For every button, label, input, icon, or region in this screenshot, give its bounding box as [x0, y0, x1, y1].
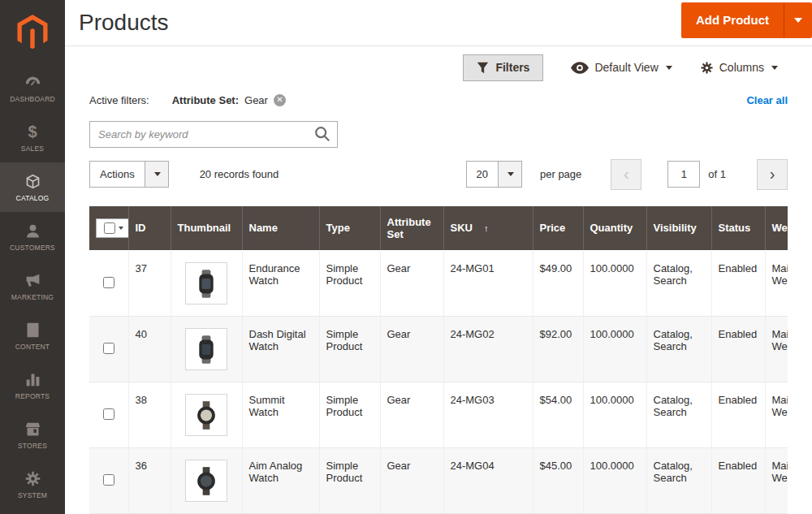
- columns-control[interactable]: Columns: [700, 61, 778, 75]
- select-all-checkbox[interactable]: [104, 222, 115, 234]
- chevron-right-icon: ›: [770, 165, 775, 184]
- column-header-attribute-set[interactable]: Attribute Set: [380, 206, 443, 251]
- active-filters-bar: Active filters: Attribute Set: Gear ✕ Cl…: [89, 94, 788, 106]
- cell-name: Summit Watch: [242, 382, 319, 448]
- select-all-dropdown[interactable]: [96, 218, 132, 238]
- filters-button[interactable]: Filters: [463, 54, 543, 81]
- sidebar-item-label: DASHBOARD: [10, 95, 55, 103]
- row-checkbox[interactable]: [103, 408, 114, 420]
- cell-visibility: Catalog, Search: [646, 317, 711, 382]
- cell-websites: Main Website: [765, 382, 788, 448]
- sidebar-item-label: CATALOG: [16, 194, 50, 202]
- cell-thumbnail: [171, 251, 242, 317]
- product-thumbnail[interactable]: [185, 394, 227, 436]
- page-title: Products: [79, 10, 169, 36]
- table-row[interactable]: 36 Aim Analog Watch Simple Product Gear …: [89, 448, 788, 514]
- magento-admin: DASHBOARD $ SALES CATALOG CUSTOMERS MARK…: [0, 0, 812, 514]
- per-page-label: per page: [540, 168, 581, 180]
- cell-status: Enabled: [711, 382, 765, 448]
- column-header-price[interactable]: Price: [533, 206, 583, 251]
- records-found: 20 records found: [200, 168, 279, 180]
- cell-visibility: Catalog, Search: [646, 448, 711, 514]
- add-product-dropdown-toggle[interactable]: [784, 2, 812, 38]
- cell-name: Aim Analog Watch: [242, 448, 319, 514]
- sidebar-item-stores[interactable]: STORES: [0, 410, 65, 460]
- marketing-icon: [24, 272, 41, 289]
- actions-dropdown[interactable]: Actions: [89, 161, 169, 188]
- sidebar-item-sales[interactable]: $ SALES: [0, 113, 65, 162]
- main-area: Products Add Product Filters Default Vie…: [65, 0, 812, 514]
- cell-attribute-set: Gear: [380, 251, 443, 317]
- cell-thumbnail: [171, 448, 242, 514]
- cell-quantity: 100.0000: [583, 382, 646, 448]
- cell-attribute-set: Gear: [380, 317, 443, 382]
- cell-type: Simple Product: [319, 317, 380, 382]
- sidebar-item-dashboard[interactable]: DASHBOARD: [0, 63, 65, 113]
- column-header-type[interactable]: Type: [319, 206, 380, 251]
- cell-quantity: 100.0000: [583, 317, 646, 382]
- sidebar-item-content[interactable]: CONTENT: [0, 311, 65, 361]
- active-filters-label: Active filters:: [89, 94, 149, 106]
- per-page-value: 20: [467, 162, 498, 187]
- column-header-id[interactable]: ID: [128, 206, 171, 251]
- add-product-button[interactable]: Add Product: [681, 2, 784, 38]
- sidebar-item-label: SYSTEM: [18, 491, 47, 499]
- sidebar-item-label: SALES: [21, 145, 44, 153]
- column-header-websites[interactable]: Websites: [765, 206, 788, 251]
- product-thumbnail[interactable]: [185, 328, 227, 370]
- cell-id: 36: [128, 448, 171, 514]
- row-checkbox[interactable]: [103, 343, 114, 354]
- product-thumbnail[interactable]: [185, 262, 227, 305]
- clear-all-link[interactable]: Clear all: [746, 94, 788, 106]
- sidebar-item-label: CONTENT: [15, 343, 50, 351]
- column-header-name[interactable]: Name: [242, 206, 319, 251]
- product-thumbnail[interactable]: [185, 460, 227, 502]
- grid-toolbar: Filters Default View Columns: [89, 53, 788, 81]
- cell-sku: 24-MG03: [443, 382, 533, 448]
- page-header: Products Add Product: [65, 0, 812, 46]
- cell-status: Enabled: [711, 317, 765, 382]
- eye-icon: [571, 62, 589, 74]
- table-row[interactable]: 40 Dash Digital Watch Simple Product Gea…: [89, 317, 788, 382]
- sidebar-item-customers[interactable]: CUSTOMERS: [0, 212, 65, 261]
- cell-sku: 24-MG02: [443, 317, 533, 382]
- view-label: Default View: [594, 61, 658, 74]
- per-page-dropdown[interactable]: 20: [466, 161, 522, 188]
- active-filter-chip: Attribute Set: Gear ✕: [172, 94, 286, 106]
- table-row[interactable]: 37 Endurance Watch Simple Product Gear 2…: [89, 251, 788, 317]
- search-icon[interactable]: [313, 125, 331, 146]
- sidebar-item-system[interactable]: SYSTEM: [0, 460, 65, 509]
- select-all-header: [89, 206, 128, 251]
- sidebar-item-marketing[interactable]: MARKETING: [0, 261, 65, 311]
- magento-logo[interactable]: [0, 0, 65, 63]
- search-row: [89, 121, 788, 148]
- column-header-sku[interactable]: SKU↑: [443, 206, 533, 251]
- cell-visibility: Catalog, Search: [646, 251, 711, 317]
- cell-sku: 24-MG01: [443, 251, 533, 317]
- table-row[interactable]: 38 Summit Watch Simple Product Gear 24-M…: [89, 382, 788, 448]
- search-input[interactable]: [89, 121, 338, 148]
- current-page-input[interactable]: [667, 161, 700, 188]
- column-header-visibility[interactable]: Visibility: [646, 206, 711, 251]
- sidebar-item-reports[interactable]: REPORTS: [0, 361, 65, 410]
- sidebar-item-catalog[interactable]: CATALOG: [0, 162, 65, 212]
- remove-filter-icon[interactable]: ✕: [274, 94, 286, 106]
- actions-label: Actions: [90, 162, 145, 187]
- column-header-quantity[interactable]: Quantity: [583, 206, 646, 251]
- sidebar-item-label: REPORTS: [15, 392, 50, 400]
- chevron-down-icon: [771, 66, 778, 70]
- row-checkbox[interactable]: [103, 277, 114, 288]
- sidebar-item-label: CUSTOMERS: [10, 244, 55, 252]
- view-switcher[interactable]: Default View: [571, 61, 672, 74]
- system-icon: [24, 470, 41, 487]
- next-page-button[interactable]: ›: [757, 159, 788, 190]
- watch-image: [196, 269, 217, 299]
- watch-image: [196, 400, 217, 430]
- customers-icon: [24, 222, 41, 240]
- column-header-status[interactable]: Status: [711, 206, 765, 251]
- column-header-thumbnail[interactable]: Thumbnail: [171, 206, 242, 251]
- prev-page-button[interactable]: ‹: [611, 159, 641, 190]
- cell-price: $54.00: [533, 382, 583, 448]
- row-checkbox[interactable]: [103, 474, 114, 486]
- cell-thumbnail: [171, 382, 242, 448]
